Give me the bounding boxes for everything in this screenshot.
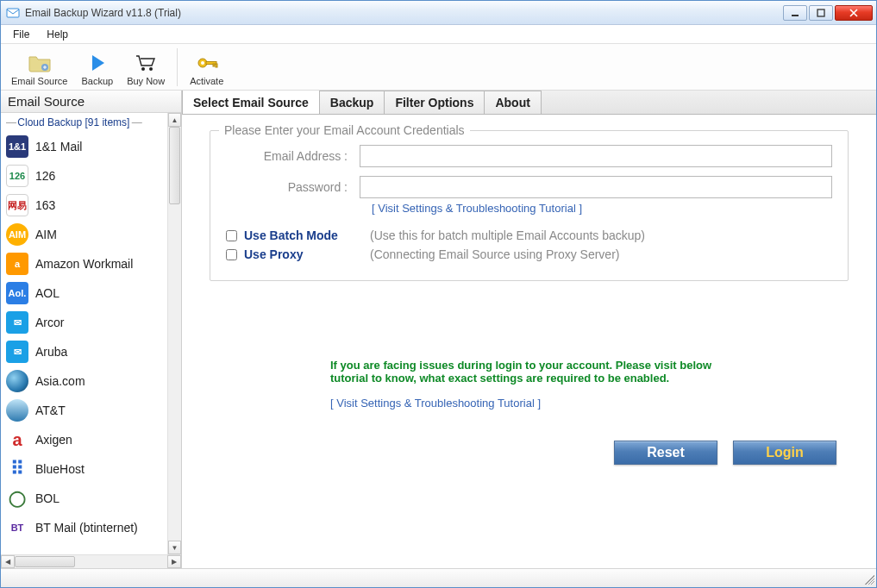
cart-icon <box>135 53 157 73</box>
source-item[interactable]: ⠿BlueHost <box>1 454 167 484</box>
provider-icon: ⠿ <box>6 458 28 480</box>
tab-select-email-source[interactable]: Select Email Source <box>182 91 320 114</box>
close-button[interactable] <box>835 5 873 21</box>
tabstrip: Select Email SourceBackupFilter OptionsA… <box>182 91 876 115</box>
maximize-button[interactable] <box>809 5 833 21</box>
password-row: Password : <box>226 176 832 198</box>
menubar: File Help <box>1 25 876 44</box>
source-item-label: Amazon Workmail <box>35 257 133 271</box>
dash-icon: — <box>6 116 17 128</box>
provider-icon <box>6 370 28 392</box>
email-input[interactable] <box>360 145 832 167</box>
source-item[interactable]: AIMAIM <box>1 220 167 249</box>
source-item-label: AOL <box>35 286 60 300</box>
content-area: Email Source — Cloud Backup [91 items] —… <box>1 91 876 568</box>
toolbar-activate-button[interactable]: Activate <box>185 45 229 88</box>
menu-help[interactable]: Help <box>40 27 75 42</box>
scroll-up-button[interactable]: ▲ <box>168 113 181 127</box>
vertical-scrollbar[interactable]: ▲ ▼ <box>167 113 181 554</box>
toolbar-backup-button[interactable]: Backup <box>76 45 118 88</box>
key-icon <box>196 53 218 73</box>
scroll-down-button[interactable]: ▼ <box>168 541 181 554</box>
play-icon <box>89 53 106 73</box>
reset-button[interactable]: Reset <box>614 441 717 465</box>
hscroll-thumb[interactable] <box>15 556 75 567</box>
provider-icon: a <box>6 253 28 275</box>
tab-content-select-email-source: Please Enter your Email Account Credenti… <box>182 115 876 568</box>
source-item[interactable]: AT&T <box>1 396 167 425</box>
source-item-label: AIM <box>35 228 57 241</box>
source-item[interactable]: ◯BOL <box>1 484 167 513</box>
help-text: If you are facing issues during login to… <box>330 359 727 410</box>
provider-icon <box>6 399 28 422</box>
svg-point-4 <box>141 67 145 71</box>
source-item[interactable]: ✉Arcor <box>1 308 167 337</box>
source-item[interactable]: aAmazon Workmail <box>1 249 167 278</box>
minimize-button[interactable] <box>783 5 807 21</box>
menu-file[interactable]: File <box>6 27 36 42</box>
source-item[interactable]: BTBT Mail (btinternet) <box>1 513 167 542</box>
tab-filter-options[interactable]: Filter Options <box>384 91 485 114</box>
toolbar-backup-label: Backup <box>81 76 113 86</box>
svg-rect-0 <box>7 9 19 17</box>
scroll-right-button[interactable]: ▶ <box>167 555 181 568</box>
resize-grip-icon[interactable] <box>862 572 874 585</box>
toolbar-email-source-button[interactable]: Email Source <box>6 45 72 88</box>
source-item-label: Aruba <box>35 345 67 359</box>
left-pane-title: Email Source <box>1 91 181 113</box>
source-item-label: BlueHost <box>35 462 85 476</box>
svg-rect-9 <box>213 64 215 66</box>
tab-backup[interactable]: Backup <box>319 91 385 114</box>
source-item[interactable]: 网易163 <box>1 191 167 220</box>
svg-rect-10 <box>216 64 217 67</box>
toolbar-buy-now-button[interactable]: Buy Now <box>122 45 170 88</box>
provider-icon: AIM <box>6 223 28 246</box>
left-pane: Email Source — Cloud Backup [91 items] —… <box>1 91 182 568</box>
titlebar: Email Backup Wizard v11.8 (Trial) <box>1 1 876 25</box>
batch-mode-label: Use Batch Mode <box>244 228 370 242</box>
email-row: Email Address : <box>226 145 832 167</box>
toolbar-email-source-label: Email Source <box>11 76 67 86</box>
horizontal-scrollbar[interactable]: ◀ ▶ <box>1 554 181 568</box>
source-item-label: 126 <box>35 169 55 183</box>
source-item[interactable]: 126126 <box>1 161 167 191</box>
app-icon <box>6 6 20 20</box>
window-title: Email Backup Wizard v11.8 (Trial) <box>25 7 783 19</box>
proxy-hint: (Connecting Email Source using Proxy Ser… <box>370 247 619 261</box>
tab-about[interactable]: About <box>484 91 541 114</box>
window-controls <box>783 5 873 21</box>
password-input[interactable] <box>360 176 832 198</box>
source-item[interactable]: Asia.com <box>1 366 167 396</box>
source-list: — Cloud Backup [91 items] — 1&11&1 Mail1… <box>1 113 167 554</box>
login-button[interactable]: Login <box>733 441 836 465</box>
toolbar: Email Source Backup Buy Now Activate <box>1 44 876 91</box>
source-item-label: 163 <box>35 198 55 212</box>
cloud-backup-header: — Cloud Backup [91 items] — <box>1 113 167 132</box>
hscroll-track[interactable] <box>15 555 167 568</box>
scroll-left-button[interactable]: ◀ <box>1 555 15 568</box>
provider-icon: 网易 <box>6 194 28 216</box>
source-item-label: BT Mail (btinternet) <box>35 521 138 535</box>
source-item[interactable]: ✉Aruba <box>1 337 167 366</box>
help-tutorial-link[interactable]: [ Visit Settings & Troubleshooting Tutor… <box>330 397 727 410</box>
proxy-row: Use Proxy (Connecting Email Source using… <box>226 247 832 261</box>
source-list-container: — Cloud Backup [91 items] — 1&11&1 Mail1… <box>1 113 181 554</box>
source-item[interactable]: aAxigen <box>1 425 167 454</box>
app-window: Email Backup Wizard v11.8 (Trial) File H… <box>0 0 877 588</box>
scroll-thumb[interactable] <box>169 127 180 204</box>
provider-icon: Aol. <box>6 282 28 304</box>
source-item-label: 1&1 Mail <box>35 140 82 153</box>
source-item[interactable]: 1&11&1 Mail <box>1 132 167 161</box>
proxy-checkbox[interactable] <box>226 249 237 260</box>
source-item[interactable]: Aol.AOL <box>1 278 167 308</box>
provider-icon: ✉ <box>6 311 28 334</box>
email-label: Email Address : <box>226 149 360 163</box>
right-pane: Select Email SourceBackupFilter OptionsA… <box>182 91 876 568</box>
batch-mode-checkbox[interactable] <box>226 230 237 241</box>
tutorial-link[interactable]: [ Visit Settings & Troubleshooting Tutor… <box>372 202 832 215</box>
button-row: Reset Login <box>614 441 836 465</box>
batch-mode-row: Use Batch Mode (Use this for batch multi… <box>226 228 832 242</box>
svg-rect-2 <box>817 9 824 16</box>
provider-icon: ✉ <box>6 341 28 363</box>
fieldset-legend: Please Enter your Email Account Credenti… <box>219 123 470 137</box>
